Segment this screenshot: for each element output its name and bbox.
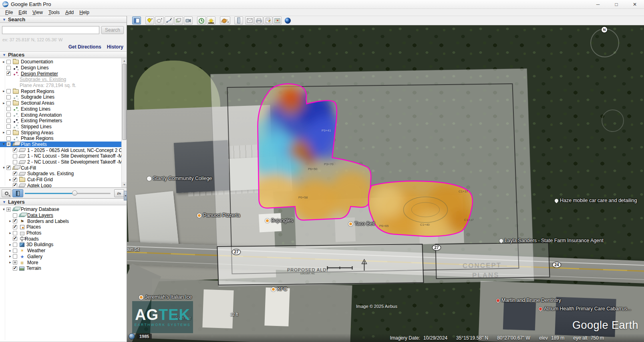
expander-icon[interactable]: ▸	[8, 219, 12, 223]
item-label[interactable]: Existing Perimeters	[21, 118, 62, 123]
sidebar-collapse-tab[interactable]: ◂	[124, 191, 127, 200]
checkbox[interactable]	[13, 254, 17, 259]
item-label[interactable]: Agtek Logo	[27, 183, 52, 188]
places-item-plan-sheets-selected[interactable]: ▾Plan Sheets	[0, 142, 127, 148]
layers-item-primary-database[interactable]: ▾Primary Database	[0, 206, 127, 212]
layers-item-places[interactable]: Places	[0, 224, 127, 230]
item-label[interactable]: Roads	[25, 236, 39, 242]
checkbox[interactable]	[6, 136, 11, 141]
checkbox[interactable]	[13, 225, 17, 229]
maximize-button[interactable]: □	[607, 0, 626, 8]
planets-icon[interactable]	[220, 16, 230, 24]
checkbox[interactable]	[13, 266, 17, 271]
scrollbar-thumb[interactable]	[122, 64, 127, 140]
item-label[interactable]: Photos	[26, 230, 41, 236]
places-item-cut-fill-grid[interactable]: ▸Cut-Fill Grid	[0, 177, 127, 183]
checkbox[interactable]	[6, 166, 11, 170]
places-scrollbar[interactable]: ▲ ▼	[121, 58, 127, 187]
history-link[interactable]: History	[107, 44, 123, 50]
navigation-compass[interactable]	[590, 28, 619, 57]
checkbox[interactable]	[6, 101, 11, 105]
place-pin-icon[interactable]	[554, 198, 559, 203]
item-label[interactable]: Report Regions	[21, 89, 54, 94]
placemark-icon[interactable]	[145, 16, 154, 24]
expander-icon[interactable]: ▸	[8, 178, 12, 182]
item-label[interactable]: Borders and Labels	[27, 219, 69, 224]
place-label-bojangles[interactable]: Bojangles	[265, 218, 293, 223]
checkbox[interactable]	[13, 219, 17, 223]
earth-orb-icon[interactable]	[283, 16, 292, 24]
add-folder-button[interactable]: 🗁	[114, 189, 124, 197]
item-label[interactable]: More	[27, 260, 38, 265]
expander-icon[interactable]: ▾	[2, 166, 6, 170]
item-label[interactable]: Data Layers	[27, 212, 53, 218]
item-label[interactable]: 3D Buildings	[26, 242, 53, 247]
menu-help[interactable]: Help	[76, 10, 92, 15]
expander-icon[interactable]: ▾	[2, 142, 6, 146]
places-item-plan-sheet-1[interactable]: 1 - 2025 - 0625 Aldi Locust, NC-Concept …	[0, 147, 127, 153]
place-dot-icon[interactable]	[271, 287, 276, 291]
opacity-button[interactable]	[12, 189, 23, 197]
layers-item-more[interactable]: ▸🗉More	[0, 259, 127, 265]
slider-thumb[interactable]	[72, 190, 77, 196]
places-item-plan-sheet-3[interactable]: 2 - NC Locust - Site Development Takeoff…	[0, 159, 127, 165]
expander-icon[interactable]: ▾	[2, 207, 6, 212]
item-label[interactable]: Terrain	[26, 265, 41, 271]
item-label[interactable]: Weather	[27, 248, 45, 253]
scroll-up-icon[interactable]: ▲	[122, 58, 127, 63]
historical-imagery-icon[interactable]	[197, 16, 206, 24]
place-label-stanly-community-college[interactable]: Stanly Community College	[147, 176, 212, 181]
places-item-existing-lines[interactable]: Existing Lines	[0, 106, 127, 112]
checkbox[interactable]	[13, 148, 17, 152]
print-icon[interactable]	[254, 16, 263, 24]
place-dot-icon[interactable]	[197, 213, 201, 218]
place-label-taco-bell[interactable]: Taco Bell	[348, 221, 375, 227]
image-overlay-icon[interactable]	[174, 16, 183, 24]
places-item-stripping-areas[interactable]: ▸Stripping Areas	[0, 130, 127, 136]
save-image-icon[interactable]	[264, 16, 272, 24]
checkbox[interactable]	[6, 95, 11, 99]
view-in-maps-icon[interactable]	[273, 16, 282, 24]
item-label[interactable]: Subgrade vs. Existing	[27, 171, 74, 176]
minimize-button[interactable]: ─	[589, 0, 607, 8]
places-item-cut-fill[interactable]: ▾Cut-Fill	[0, 165, 127, 171]
search-input[interactable]	[2, 26, 99, 34]
expander-icon[interactable]: ▸	[8, 243, 12, 247]
path-icon[interactable]	[165, 16, 173, 24]
place-dot-icon[interactable]	[147, 176, 151, 181]
checkbox[interactable]	[13, 154, 17, 158]
item-label[interactable]: Gallery	[27, 254, 42, 259]
place-dot-icon[interactable]	[265, 219, 270, 223]
places-item-existing-perimeters[interactable]: Existing Perimeters	[0, 118, 127, 124]
place-pin-icon[interactable]	[538, 306, 543, 312]
ruler-icon[interactable]	[234, 16, 243, 24]
search-panel-header[interactable]: ▼ Search	[0, 16, 127, 23]
item-label[interactable]: Stripped Lines	[21, 124, 52, 130]
item-label[interactable]: 1 - 2025 - 0625 Aldi Locust, NC-Concept …	[27, 148, 127, 153]
item-label[interactable]: 1 - NC Locust - Site Development Takeoff…	[27, 153, 127, 159]
places-item-sectional-areas[interactable]: ▸Sectional Areas	[0, 100, 127, 106]
collapse-triangle-icon[interactable]: ▼	[2, 18, 6, 22]
place-label-dentistry[interactable]: Martin and Brune Dentistry	[496, 297, 561, 303]
email-icon[interactable]	[245, 16, 254, 24]
place-pin-icon[interactable]	[495, 298, 501, 303]
layers-item-data-layers[interactable]: Data Layers	[0, 212, 127, 219]
places-item-report-regions[interactable]: ▸Report Regions	[0, 88, 127, 94]
menu-add[interactable]: Add	[62, 10, 76, 15]
checkbox[interactable]	[13, 172, 17, 176]
place-dot-icon[interactable]	[139, 295, 143, 300]
place-pin-icon[interactable]	[499, 238, 504, 243]
search-places-button[interactable]	[2, 189, 11, 197]
checkbox[interactable]	[13, 231, 17, 235]
checkbox[interactable]	[13, 160, 17, 164]
checkbox[interactable]	[6, 89, 11, 93]
item-label[interactable]: Sectional Areas	[21, 100, 54, 106]
checkbox[interactable]	[6, 142, 11, 146]
item-label[interactable]: 2 - NC Locust - Site Development Takeoff…	[27, 159, 127, 165]
checkbox[interactable]	[6, 66, 11, 70]
item-label[interactable]: Cut-Fill Grid	[27, 177, 53, 182]
item-label[interactable]: Subgrade Lines	[21, 94, 54, 100]
places-item-existing-annotation[interactable]: Existing Annotation	[0, 112, 127, 118]
checkbox[interactable]	[13, 249, 17, 253]
menu-file[interactable]: File	[2, 10, 16, 15]
